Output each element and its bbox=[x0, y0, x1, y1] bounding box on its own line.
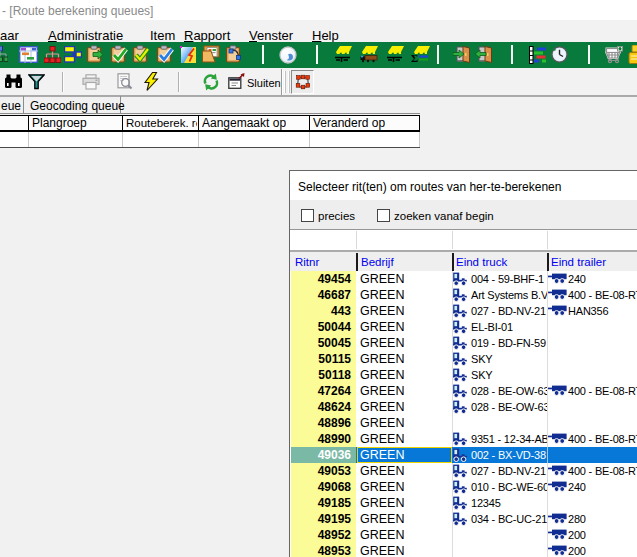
svg-text:Σ: Σ bbox=[411, 52, 418, 64]
